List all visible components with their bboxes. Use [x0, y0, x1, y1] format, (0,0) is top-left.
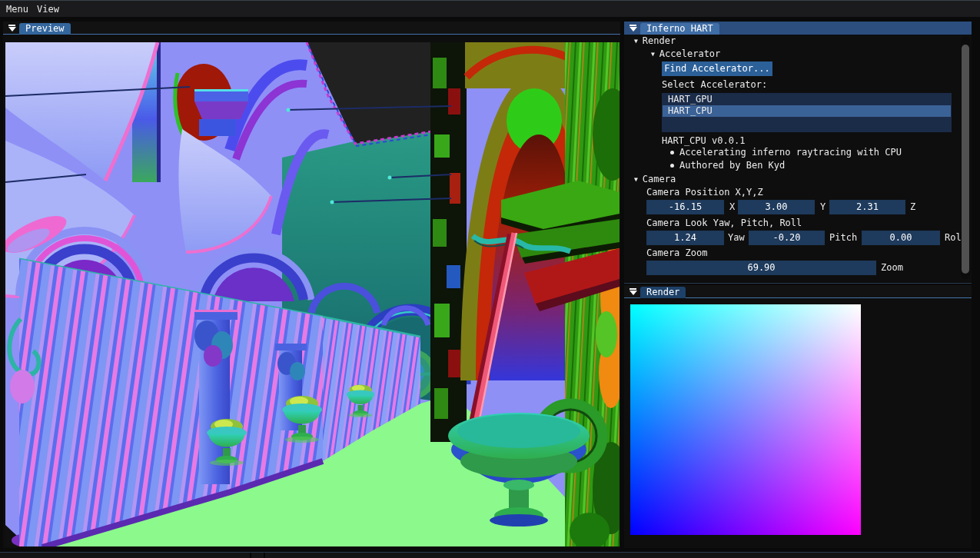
menu-item-menu[interactable]: Menu: [3, 1, 32, 18]
camera-roll-field[interactable]: 0.00: [862, 231, 940, 245]
window-separator[interactable]: [624, 283, 972, 284]
camera-pitch-label: Pitch: [829, 231, 857, 245]
inferno-hart-window: Inferno HART ▼Render ▼Accelerator Find A…: [624, 22, 972, 282]
collapse-arrow-icon[interactable]: [628, 287, 638, 297]
camera-pos-x-field[interactable]: -16.15: [646, 200, 724, 214]
render-window: Render: [624, 285, 972, 548]
tab-render[interactable]: Render: [640, 287, 686, 298]
camera-roll-label: Roll: [945, 231, 961, 245]
camera-pos-y-label: Y: [820, 200, 826, 214]
bullet-icon: [670, 164, 674, 168]
accelerator-listbox: HART_GPU HART_CPU: [662, 93, 952, 132]
render-tab-bar: Render: [624, 285, 972, 298]
scrollbar-thumb[interactable]: [962, 45, 969, 274]
collapse-arrow-icon[interactable]: [7, 24, 17, 33]
inferno-tab-bar: Inferno HART: [624, 22, 972, 35]
camera-pos-z-label: Z: [910, 200, 915, 214]
find-accelerator-button[interactable]: Find Accelerator...: [662, 61, 772, 76]
camera-yaw-field[interactable]: 1.24: [646, 231, 724, 245]
camera-pos-z-field[interactable]: 2.31: [829, 200, 905, 214]
camera-pitch-field[interactable]: -0.20: [749, 231, 825, 245]
menu-bar: Menu View: [0, 0, 980, 17]
bullet-icon: [670, 151, 674, 154]
strip-divider: [250, 553, 251, 558]
scrollbar[interactable]: [961, 37, 970, 279]
tree-node-render[interactable]: ▼Render: [634, 35, 676, 47]
preview-render: [5, 42, 620, 546]
inferno-content: ▼Render ▼Accelerator Find Accelerator...…: [624, 35, 961, 282]
tree-arrow-icon: ▼: [634, 38, 638, 45]
accelerator-info-bullet: Accelerating inferno raytracing with CPU: [679, 147, 902, 158]
tree-node-camera[interactable]: ▼Camera: [634, 174, 676, 185]
tree-node-accelerator[interactable]: ▼Accelerator: [651, 48, 720, 60]
accelerator-option-hart-gpu[interactable]: HART_GPU: [663, 94, 951, 105]
camera-yaw-label: Yaw: [728, 231, 745, 245]
bottom-strip: [0, 552, 980, 558]
tab-inferno-hart[interactable]: Inferno HART: [640, 23, 719, 35]
collapse-arrow-icon[interactable]: [628, 24, 638, 33]
select-accelerator-label: Select Accelerator:: [662, 79, 767, 91]
camera-position-label: Camera Position X,Y,Z: [646, 187, 763, 198]
tree-arrow-icon: ▼: [634, 176, 638, 183]
accelerator-info-bullet: Authored by Ben Kyd: [679, 160, 785, 171]
camera-pos-y-field[interactable]: 3.00: [738, 200, 815, 214]
menu-item-view[interactable]: View: [34, 1, 62, 18]
preview-window: Preview: [3, 22, 620, 548]
camera-look-label: Camera Look Yaw, Pitch, Roll: [646, 218, 802, 229]
accelerator-option-hart-cpu[interactable]: HART_CPU: [663, 105, 951, 117]
accelerator-info-title: HART_CPU v0.0.1: [662, 135, 745, 147]
camera-zoom-label: Camera Zoom: [646, 247, 707, 259]
camera-zoom-field-label: Zoom: [881, 261, 903, 275]
camera-zoom-field[interactable]: 69.90: [646, 261, 876, 275]
preview-tab-bar: Preview: [3, 22, 620, 35]
camera-pos-x-label: X: [729, 200, 735, 214]
render-output-gradient: [630, 304, 861, 535]
tree-arrow-icon: ▼: [651, 51, 655, 58]
strip-divider: [264, 553, 265, 558]
tab-preview[interactable]: Preview: [19, 23, 71, 35]
